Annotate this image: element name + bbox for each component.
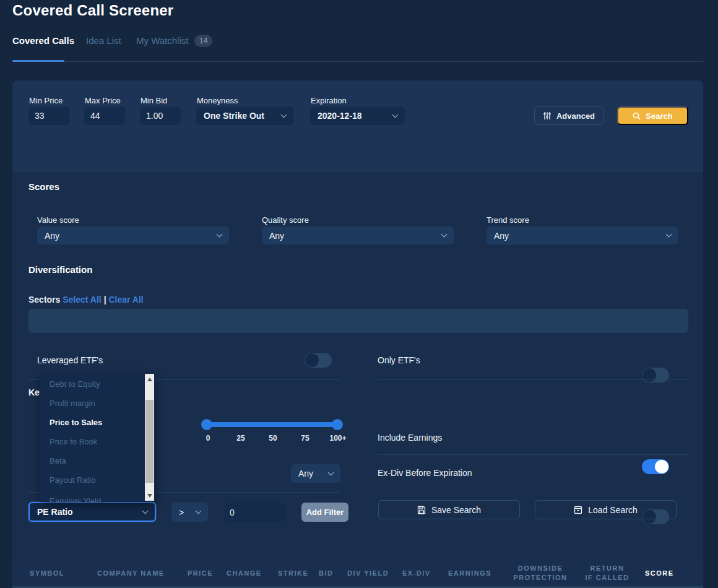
column-header-earnings[interactable]: EARNINGS <box>448 569 491 577</box>
metric-select[interactable]: PE Ratio <box>28 502 156 522</box>
right-row-divider <box>378 454 688 455</box>
max-price-input[interactable] <box>84 106 125 125</box>
load-search-button[interactable]: Load Search <box>535 500 677 519</box>
search-filter-bar <box>12 80 703 171</box>
min-bid-label: Min Bid <box>141 96 167 105</box>
dropdown-item-payout-ratio[interactable]: Payout Ratio <box>40 470 144 490</box>
trend-score-label: Trend score <box>487 215 529 225</box>
slider-tick: 50 <box>269 434 277 443</box>
chevron-down-icon <box>281 111 287 118</box>
scores-heading: Scores <box>28 181 59 192</box>
trend-score-select[interactable]: Any <box>487 227 678 244</box>
tab-my-watchlist[interactable]: My Watchlist <box>136 35 188 46</box>
active-tab-underline <box>12 60 64 62</box>
sectors-select-all-link[interactable]: Select All <box>63 295 102 305</box>
slider-tick: 75 <box>301 434 309 443</box>
chevron-down-icon <box>666 231 672 238</box>
triangle-down-icon <box>147 494 152 498</box>
save-icon <box>417 506 426 514</box>
max-price-label: Max Price <box>85 96 121 105</box>
range-slider-track[interactable] <box>207 422 337 427</box>
quality-score-select[interactable]: Any <box>262 227 454 244</box>
column-header-bid[interactable]: BID <box>319 569 333 577</box>
sectors-row: Sectors Select All | Clear All <box>28 295 144 305</box>
dropdown-item-beta[interactable]: Beta <box>40 451 144 470</box>
ex-div-label: Ex-Div Before Expiration <box>378 468 472 478</box>
any-select-value: Any <box>298 469 313 478</box>
sectors-clear-all-link[interactable]: Clear All <box>108 295 143 305</box>
slider-handle-max[interactable] <box>332 419 343 430</box>
chevron-down-icon <box>196 508 202 514</box>
min-price-label: Min Price <box>29 96 63 105</box>
column-header-ex-div[interactable]: EX-DIV <box>402 569 431 577</box>
dropdown-item-price-to-book[interactable]: Price to Book <box>40 432 144 451</box>
min-price-input[interactable] <box>28 106 69 125</box>
triangle-up-icon <box>147 378 152 381</box>
value-score-value: Any <box>45 231 59 241</box>
tab-covered-calls[interactable]: Covered Calls <box>12 35 74 46</box>
column-header-div-yield[interactable]: DIV YIELD <box>347 569 389 577</box>
dropdown-item-debt-to-equity[interactable]: Debt to Equity <box>40 374 144 394</box>
column-header-score[interactable]: SCORE <box>645 569 674 577</box>
save-search-label: Save Search <box>431 505 481 515</box>
add-filter-button[interactable]: Add Filter <box>301 503 348 522</box>
filter-value-input[interactable] <box>223 503 285 522</box>
any-select[interactable]: Any <box>291 464 340 483</box>
include-earnings-label: Include Earnings <box>378 433 442 443</box>
value-score-label: Value score <box>37 215 79 225</box>
page-title: Covered Call Screener <box>12 2 173 19</box>
save-search-button[interactable]: Save Search <box>378 500 520 519</box>
toggle-knob <box>655 460 668 473</box>
scrollbar-down-arrow[interactable] <box>145 490 154 501</box>
right-column-divider <box>378 379 688 380</box>
load-icon <box>574 506 582 514</box>
column-header-return-if-called[interactable]: RETURN IF CALLED <box>586 564 629 582</box>
column-header-price[interactable]: PRICE <box>188 569 213 577</box>
include-earnings-toggle[interactable] <box>642 459 669 474</box>
search-button-label: Search <box>646 111 672 121</box>
expiration-value: 2020-12-18 <box>318 111 362 121</box>
sectors-label: Sectors <box>28 295 60 305</box>
column-header-company-name[interactable]: COMPANY NAME <box>97 569 165 577</box>
metric-dropdown-list: Debt to Equity Profit margin Price to Sa… <box>40 373 155 502</box>
quality-score-label: Quality score <box>262 215 309 225</box>
tabs-divider <box>12 61 703 62</box>
search-button[interactable]: Search <box>617 106 688 125</box>
chevron-down-icon <box>392 111 399 118</box>
advanced-button[interactable]: Advanced <box>534 106 603 125</box>
expiration-select[interactable]: 2020-12-18 <box>310 106 405 125</box>
value-score-select[interactable]: Any <box>37 227 229 244</box>
only-etfs-label: Only ETF's <box>378 355 420 365</box>
leveraged-etfs-label: Leveraged ETF's <box>37 355 103 365</box>
sliders-icon <box>543 111 551 120</box>
dropdown-item-profit-margin[interactable]: Profit margin <box>40 394 144 413</box>
column-header-change[interactable]: CHANGE <box>227 569 262 577</box>
trend-score-value: Any <box>494 231 509 241</box>
operator-select-value: > <box>179 508 184 517</box>
column-header-symbol[interactable]: SYMBOL <box>30 569 64 577</box>
load-search-label: Load Search <box>588 505 637 515</box>
scrollbar-thumb[interactable] <box>145 400 154 483</box>
metric-select-value: PE Ratio <box>37 507 73 517</box>
scrollbar-up-arrow[interactable] <box>145 374 154 384</box>
dropdown-item-earnings-yield[interactable]: Earnings Yield <box>40 491 144 502</box>
operator-select[interactable]: > <box>171 503 208 522</box>
moneyness-select[interactable]: One Strike Out <box>196 106 293 125</box>
min-bid-input[interactable] <box>140 106 181 125</box>
slider-handle-min[interactable] <box>201 419 212 430</box>
sectors-selection-box[interactable] <box>28 309 688 333</box>
chevron-down-icon <box>441 231 448 238</box>
toggle-knob <box>305 353 319 367</box>
leveraged-etfs-toggle[interactable] <box>305 353 332 368</box>
sectors-separator: | <box>104 295 106 305</box>
slider-tick: 0 <box>206 434 210 443</box>
dropdown-item-price-to-sales[interactable]: Price to Sales <box>40 413 144 432</box>
column-header-strike[interactable]: STRIKE <box>278 569 308 577</box>
dropdown-scrollbar[interactable] <box>145 374 154 501</box>
chevron-down-icon <box>217 231 223 238</box>
tab-idea-list[interactable]: Idea List <box>86 35 121 46</box>
results-table-header: SYMBOL COMPANY NAME PRICE CHANGE STRIKE … <box>12 560 703 586</box>
column-header-downside-protection[interactable]: DOWNSIDE PROTECTION <box>513 564 567 582</box>
only-etfs-toggle[interactable] <box>642 368 669 383</box>
search-icon <box>633 112 641 120</box>
